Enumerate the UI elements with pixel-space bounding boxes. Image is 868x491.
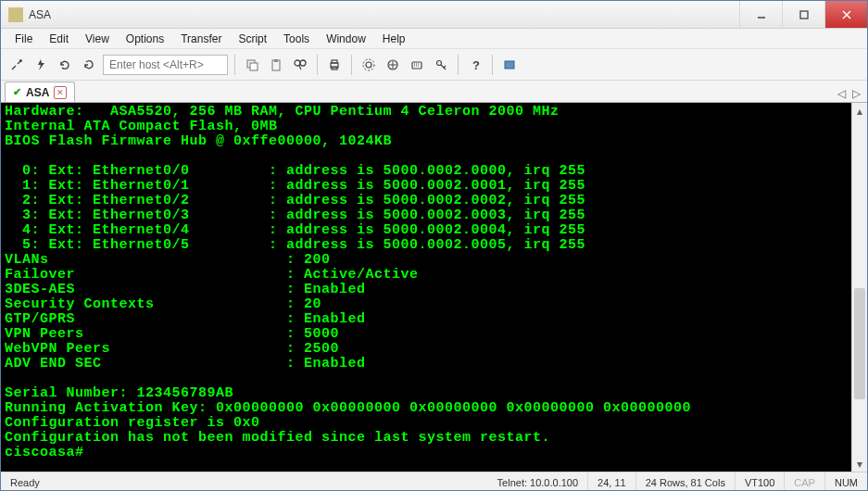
svg-rect-1 [800,11,808,19]
svg-point-8 [295,60,300,66]
scroll-thumb[interactable] [854,288,865,399]
menu-help[interactable]: Help [374,31,414,47]
svg-point-9 [300,60,306,66]
find-icon[interactable] [290,55,310,75]
terminal-output[interactable]: Hardware: ASA5520, 256 MB RAM, CPU Penti… [1,103,851,472]
tab-strip: ✔ ASA ✕ ◁ ▷ [1,81,867,103]
svg-rect-12 [332,60,337,63]
session-tab[interactable]: ✔ ASA ✕ [5,82,75,102]
settings-icon[interactable] [359,55,379,75]
status-cursor-pos: 24, 11 [588,472,636,491]
svg-line-3 [843,11,850,19]
window-title: ASA [29,8,739,21]
tab-prev-icon[interactable]: ◁ [834,85,849,102]
svg-point-15 [363,59,374,70]
paste-icon[interactable] [266,55,286,75]
menu-window[interactable]: Window [318,31,374,47]
status-cap: CAP [785,472,825,491]
status-ready: Ready [1,472,488,491]
separator [351,55,352,75]
scroll-down-icon[interactable]: ▾ [852,456,867,472]
quick-connect-icon[interactable] [31,55,51,75]
session-options-icon[interactable] [383,55,403,75]
connected-icon: ✔ [13,86,21,98]
menu-options[interactable]: Options [118,31,172,47]
svg-rect-26 [505,61,514,69]
svg-point-14 [366,62,371,68]
help-icon[interactable]: ? [465,55,485,75]
svg-line-2 [843,11,850,19]
keymap-icon[interactable] [407,55,427,75]
menu-script[interactable]: Script [230,31,275,47]
status-emulation: VT100 [736,472,785,491]
session-tab-label: ASA [26,86,49,99]
scroll-up-icon[interactable]: ▴ [852,103,867,119]
svg-rect-7 [274,59,278,62]
menu-view[interactable]: View [77,31,118,47]
menu-bar: File Edit View Options Transfer Script T… [1,29,867,49]
separator [458,55,459,75]
connect-icon[interactable] [6,55,27,75]
separator [234,55,235,75]
tab-next-icon[interactable]: ▷ [849,85,863,102]
svg-rect-5 [250,63,258,70]
status-size: 24 Rows, 81 Cols [636,472,736,491]
close-tab-icon[interactable]: ✕ [54,86,67,99]
close-button[interactable] [824,1,867,28]
menu-file[interactable]: File [6,31,41,47]
svg-point-22 [437,60,442,65]
maximize-button[interactable] [782,1,824,28]
separator [317,55,318,75]
svg-line-24 [444,66,446,68]
title-bar: ASA [1,1,867,29]
key-icon[interactable] [431,55,451,75]
menu-edit[interactable]: Edit [41,31,77,47]
reconnect-icon[interactable] [55,55,75,75]
minimize-button[interactable] [739,1,782,28]
print-icon[interactable] [324,55,345,75]
copy-icon[interactable] [242,55,262,75]
disconnect-icon[interactable] [79,55,99,75]
svg-text:?: ? [472,58,480,71]
status-bar: Ready Telnet: 10.0.0.100 24, 11 24 Rows,… [1,472,867,491]
toggle-icon[interactable] [499,55,520,75]
toolbar: ? [1,49,867,81]
scrollbar[interactable]: ▴ ▾ [851,103,867,472]
svg-line-10 [299,66,301,69]
separator [492,55,493,75]
status-connection: Telnet: 10.0.0.100 [488,472,588,491]
menu-tools[interactable]: Tools [275,31,318,47]
menu-transfer[interactable]: Transfer [172,31,230,47]
app-icon [8,7,23,22]
status-num: NUM [825,472,867,491]
host-input[interactable] [103,55,228,75]
